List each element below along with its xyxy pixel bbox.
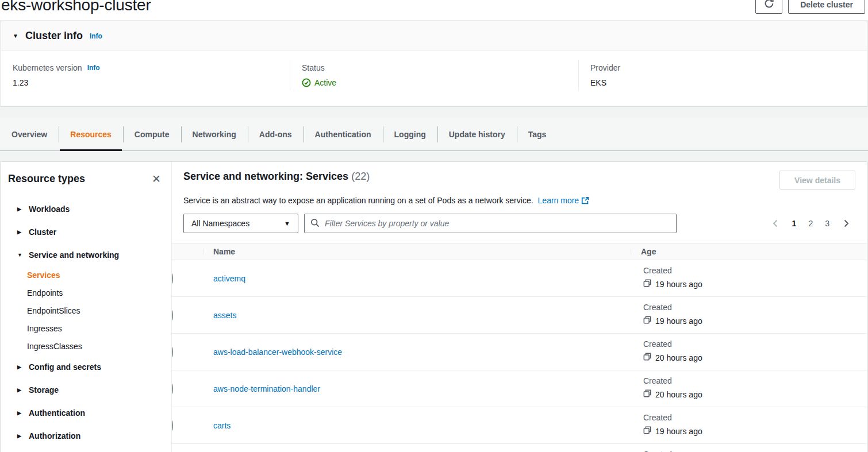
row-radio[interactable] <box>172 347 173 357</box>
view-details-button[interactable]: View details <box>779 171 855 190</box>
next-page-icon[interactable] <box>842 219 851 228</box>
age-created-label: Created <box>643 339 867 349</box>
namespace-select[interactable]: All Namespaces ▼ <box>183 214 298 233</box>
age-value: 19 hours ago <box>643 279 867 289</box>
learn-more-link[interactable]: Learn more <box>538 196 589 205</box>
sidebar-group-workloads[interactable]: ▶Workloads <box>1 198 171 221</box>
row-radio[interactable] <box>172 310 173 320</box>
sidebar-group-config-and-secrets[interactable]: ▶Config and secrets <box>1 356 171 378</box>
copy-icon <box>643 426 651 436</box>
sidebar-group-authorization[interactable]: ▶Authorization <box>1 424 171 447</box>
external-link-icon <box>581 196 589 205</box>
age-created-label: Created <box>643 376 867 385</box>
row-select-cell <box>172 421 203 430</box>
sidebar-item-services[interactable]: Services <box>1 266 171 284</box>
tab-tags[interactable]: Tags <box>517 118 558 150</box>
row-name-cell: assets <box>203 311 631 320</box>
tab-compute[interactable]: Compute <box>123 118 181 150</box>
age-value: 19 hours ago <box>643 426 867 436</box>
age-value: 19 hours ago <box>643 316 867 326</box>
sidebar-item-ingressclasses[interactable]: IngressClasses <box>1 338 171 356</box>
previous-page-icon[interactable] <box>771 219 780 228</box>
sidebar-group-label: Service and networking <box>29 250 119 260</box>
sidebar-group-cluster[interactable]: ▶Cluster <box>1 221 171 244</box>
sidebar-item-endpoints[interactable]: Endpoints <box>1 284 171 302</box>
caret-right-icon: ▶ <box>17 387 23 393</box>
sidebar-item-ingresses[interactable]: Ingresses <box>1 320 171 338</box>
service-link-aws-load-balancer-webhook-service[interactable]: aws-load-balancer-webhook-service <box>203 347 342 357</box>
cluster-tabs: OverviewResourcesComputeNetworkingAdd-on… <box>0 118 868 151</box>
row-radio[interactable] <box>172 420 173 431</box>
service-link-assets[interactable]: assets <box>203 311 236 320</box>
table-row: Created <box>172 444 867 452</box>
page-1[interactable]: 1 <box>792 219 797 228</box>
refresh-button[interactable] <box>755 0 782 14</box>
tab-networking[interactable]: Networking <box>181 118 248 150</box>
age-created-label: Created <box>643 303 867 312</box>
age-created-label: Created <box>643 413 867 422</box>
age-value-text: 20 hours ago <box>655 353 702 362</box>
row-name-cell: aws-node-termination-handler <box>203 384 631 393</box>
search-input[interactable] <box>324 218 670 229</box>
sidebar-group-label: Config and secrets <box>29 362 101 372</box>
sidebar-group-service-and-networking[interactable]: ▼Service and networking <box>1 244 171 266</box>
sidebar-item-endpointslices[interactable]: EndpointSlices <box>1 302 171 320</box>
column-header-age[interactable]: Age <box>631 247 867 256</box>
info-link[interactable]: Info <box>90 32 102 40</box>
age-value: 20 hours ago <box>643 389 867 399</box>
tab-logging[interactable]: Logging <box>383 118 437 150</box>
age-value-text: 20 hours ago <box>655 390 702 399</box>
row-radio[interactable] <box>172 384 173 394</box>
header-actions: Delete cluster <box>755 0 866 14</box>
services-title-text: Service and networking: Services <box>183 171 348 182</box>
field-value: 1.23 <box>13 78 278 87</box>
collapse-caret-icon[interactable]: ▼ <box>13 33 18 39</box>
page-3[interactable]: 3 <box>825 219 829 228</box>
cluster-info-field-provider: ProviderEKS <box>578 60 867 91</box>
service-link-activemq[interactable]: activemq <box>203 274 245 283</box>
close-icon[interactable]: ✕ <box>152 173 161 184</box>
table-row: aws-load-balancer-webhook-serviceCreated… <box>172 334 867 370</box>
column-header-name[interactable]: Name <box>203 247 631 256</box>
service-link-aws-node-termination-handler[interactable]: aws-node-termination-handler <box>203 384 320 393</box>
row-select-cell <box>172 311 203 320</box>
field-value-text: 1.23 <box>13 78 28 87</box>
tab-overview[interactable]: Overview <box>0 118 59 150</box>
row-age-cell: Created20 hours ago <box>631 370 867 399</box>
row-radio[interactable] <box>172 273 173 284</box>
tab-authentication[interactable]: Authentication <box>304 118 383 150</box>
search-icon <box>310 218 320 229</box>
page-2[interactable]: 2 <box>808 219 813 228</box>
table-row: assetsCreated19 hours ago <box>172 297 867 334</box>
age-created-label: Created <box>643 266 867 275</box>
services-search <box>304 214 677 233</box>
cluster-info-fields: Kubernetes versionInfo1.23StatusActivePr… <box>1 51 867 106</box>
age-created-label: Created <box>643 450 867 452</box>
info-link[interactable]: Info <box>87 64 100 72</box>
table-row: aws-node-termination-handlerCreated20 ho… <box>172 370 867 407</box>
copy-icon <box>643 279 651 289</box>
copy-icon <box>643 389 651 399</box>
sidebar-group-label: Authentication <box>29 408 85 418</box>
sidebar-group-authentication[interactable]: ▶Authentication <box>1 401 171 424</box>
row-age-cell: Created19 hours ago <box>631 260 867 289</box>
delete-cluster-button[interactable]: Delete cluster <box>788 0 865 14</box>
cluster-info-title: Cluster info <box>25 30 83 42</box>
tab-add-ons[interactable]: Add-ons <box>248 118 304 150</box>
sidebar-group-storage[interactable]: ▶Storage <box>1 378 171 401</box>
caret-right-icon: ▶ <box>17 229 23 235</box>
age-value: 20 hours ago <box>643 353 867 362</box>
cluster-info-header[interactable]: ▼ Cluster info Info <box>1 21 867 51</box>
copy-icon <box>643 353 651 362</box>
field-value: EKS <box>590 78 855 87</box>
sidebar-group-label: Workloads <box>29 204 70 214</box>
age-value-text: 19 hours ago <box>655 427 702 436</box>
service-link-carts[interactable]: carts <box>203 421 231 430</box>
caret-right-icon: ▶ <box>17 206 23 212</box>
caret-right-icon: ▶ <box>17 364 23 370</box>
sidebar-title: Resource types <box>8 173 85 185</box>
tab-update-history[interactable]: Update history <box>437 118 517 150</box>
page-title: eks-workshop-cluster <box>1 0 151 14</box>
field-value-text: Active <box>314 78 336 87</box>
tab-resources[interactable]: Resources <box>59 118 123 150</box>
